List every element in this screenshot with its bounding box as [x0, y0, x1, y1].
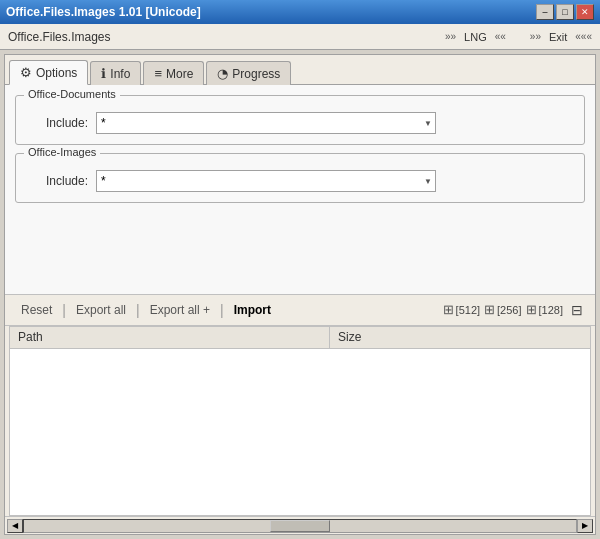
- office-images-select-wrapper[interactable]: *: [96, 170, 436, 192]
- office-images-label: Office-Images: [24, 146, 100, 158]
- office-documents-group: Office-Documents Include: *: [15, 95, 585, 145]
- office-documents-row: Include: *: [26, 112, 574, 134]
- title-bar: Office.Files.Images 1.01 [Unicode] – □ ✕: [0, 0, 600, 24]
- main-window: ⚙ Options ℹ Info ≡ More ◔ Progress: [4, 54, 596, 535]
- action-toolbar: Reset | Export all | Export all + | Impo…: [5, 294, 595, 326]
- menu-actions: »» LNG «« »» Exit «««: [445, 31, 592, 43]
- office-images-row: Include: *: [26, 170, 574, 192]
- office-documents-select-wrapper[interactable]: *: [96, 112, 436, 134]
- toolbar-right: ⊞ [512] ⊞ [256] ⊞ [128] ⊟: [443, 302, 587, 318]
- separator-1: |: [60, 302, 68, 318]
- office-documents-include-select[interactable]: *: [96, 112, 436, 134]
- column-path: Path: [10, 327, 330, 348]
- tab-info-label: Info: [110, 67, 130, 81]
- options-content: Office-Documents Include: * Office-Image…: [5, 85, 595, 294]
- reset-button[interactable]: Reset: [13, 301, 60, 319]
- column-size: Size: [330, 327, 369, 348]
- info-icon: ℹ: [101, 66, 106, 81]
- size-128-label: [128]: [539, 304, 563, 316]
- size-256-icon: ⊞: [484, 302, 495, 317]
- office-documents-label: Office-Documents: [24, 88, 120, 100]
- lng-button[interactable]: LNG: [464, 31, 487, 43]
- window-controls: – □ ✕: [536, 4, 594, 20]
- size-128-icon: ⊞: [526, 302, 537, 317]
- app-label: Office.Files.Images: [8, 30, 110, 44]
- tab-more-label: More: [166, 67, 193, 81]
- exit-left-arrows: »»: [530, 31, 541, 42]
- separator-2: |: [134, 302, 142, 318]
- lng-left-arrows: »»: [445, 31, 456, 42]
- separator-3: |: [218, 302, 226, 318]
- import-button[interactable]: Import: [226, 301, 279, 319]
- size-128-button[interactable]: ⊞ [128]: [526, 302, 563, 317]
- progress-icon: ◔: [217, 66, 228, 81]
- tab-info[interactable]: ℹ Info: [90, 61, 141, 85]
- size-256-label: [256]: [497, 304, 521, 316]
- tab-progress[interactable]: ◔ Progress: [206, 61, 291, 85]
- maximize-button[interactable]: □: [556, 4, 574, 20]
- exit-right-arrows: «««: [575, 31, 592, 42]
- table-body: [10, 349, 590, 516]
- office-images-group: Office-Images Include: *: [15, 153, 585, 203]
- tab-more[interactable]: ≡ More: [143, 61, 204, 85]
- group-boxes: Office-Documents Include: * Office-Image…: [15, 95, 585, 284]
- scrollbar-track[interactable]: [23, 519, 577, 533]
- file-table: Path Size: [9, 326, 591, 517]
- office-images-include-select[interactable]: *: [96, 170, 436, 192]
- lng-right-arrows: ««: [495, 31, 506, 42]
- scrollbar-thumb[interactable]: [270, 520, 330, 532]
- menu-bar: Office.Files.Images »» LNG «« »» Exit ««…: [0, 24, 600, 50]
- office-images-include-label: Include:: [26, 174, 96, 188]
- grid-view-button[interactable]: ⊟: [567, 302, 587, 318]
- export-all-plus-button[interactable]: Export all +: [142, 301, 218, 319]
- size-512-label: [512]: [456, 304, 480, 316]
- export-all-button[interactable]: Export all: [68, 301, 134, 319]
- horizontal-scrollbar[interactable]: ◀ ▶: [5, 516, 595, 534]
- size-512-button[interactable]: ⊞ [512]: [443, 302, 480, 317]
- table-header: Path Size: [10, 327, 590, 349]
- size-512-icon: ⊞: [443, 302, 454, 317]
- window-title: Office.Files.Images 1.01 [Unicode]: [6, 5, 201, 19]
- tab-progress-label: Progress: [232, 67, 280, 81]
- tab-options[interactable]: ⚙ Options: [9, 60, 88, 85]
- close-button[interactable]: ✕: [576, 4, 594, 20]
- size-256-button[interactable]: ⊞ [256]: [484, 302, 521, 317]
- exit-button[interactable]: Exit: [549, 31, 567, 43]
- tab-bar: ⚙ Options ℹ Info ≡ More ◔ Progress: [5, 55, 595, 85]
- more-icon: ≡: [154, 66, 162, 81]
- office-documents-include-label: Include:: [26, 116, 96, 130]
- tab-options-label: Options: [36, 66, 77, 80]
- minimize-button[interactable]: –: [536, 4, 554, 20]
- scroll-left-button[interactable]: ◀: [7, 519, 23, 533]
- options-icon: ⚙: [20, 65, 32, 80]
- scroll-right-button[interactable]: ▶: [577, 519, 593, 533]
